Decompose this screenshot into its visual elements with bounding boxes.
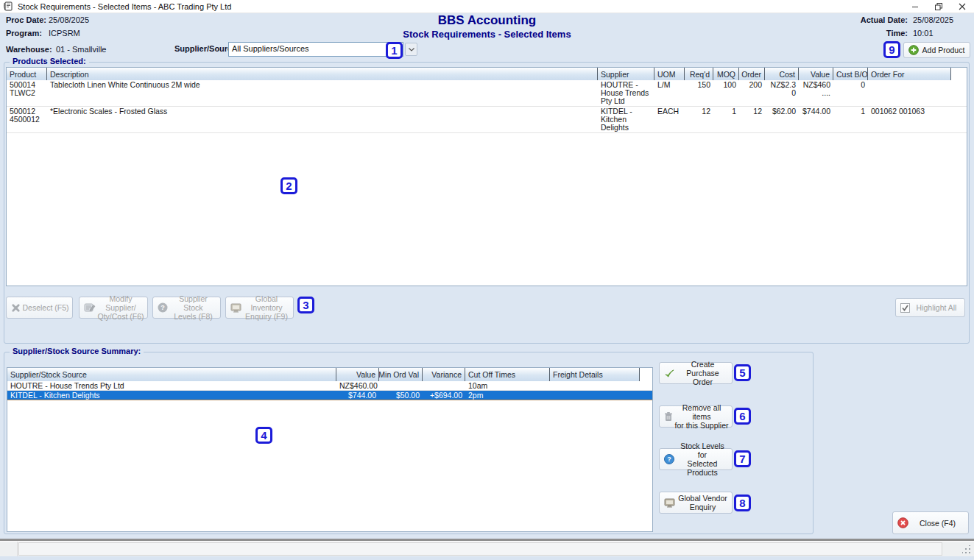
cell-variance: +$694.00 — [423, 391, 465, 400]
bottom-strip — [0, 556, 974, 560]
cell-cutoff: 2pm — [465, 391, 550, 400]
status-cell — [0, 542, 18, 556]
resize-grip-icon[interactable] — [962, 545, 971, 554]
cell-value: $744.00 — [799, 107, 833, 132]
col-header-moq[interactable]: MOQ — [713, 68, 739, 80]
create-purchase-order-button[interactable]: Create Purchase Order — [659, 362, 733, 384]
modify-supplier-button[interactable]: Modify Supplier/ Qty/Cost (F6) — [79, 297, 148, 319]
time-label: Time: — [841, 29, 908, 38]
status-bar — [0, 542, 974, 556]
cell-order-for — [868, 80, 951, 106]
question-circle-icon: ? — [664, 454, 674, 464]
col-header-value[interactable]: Value — [799, 68, 833, 80]
col-header-order[interactable]: Order — [739, 68, 765, 80]
stock-levels-selected-button[interactable]: ? Stock Levels for Selected Products — [659, 448, 733, 470]
app-title: BBS Accounting — [0, 13, 974, 28]
summary-row[interactable]: HOUTRE - House Trends Pty Ltd NZ$460.00 … — [7, 381, 652, 391]
col-header-reqd[interactable]: Req'd — [685, 68, 713, 80]
global-vendor-enquiry-button[interactable]: Global Vendor Enquiry — [659, 492, 733, 514]
question-circle-icon: ? — [158, 302, 168, 313]
col-header-variance[interactable]: Variance — [423, 368, 465, 381]
products-selected-group-label: Products Selected: — [10, 57, 89, 65]
products-grid: Product Description Supplier UOM Req'd M… — [6, 67, 967, 286]
summary-grid: Supplier/Stock Source Value Min Ord Val … — [7, 367, 653, 532]
cell-cust-bo: 1 — [833, 107, 868, 132]
col-header-cust-bo[interactable]: Cust B/O — [833, 68, 868, 80]
annotation-1: 1 — [386, 42, 403, 59]
modify-supplier-label: Modify Supplier/ Qty/Cost (F6) — [97, 294, 144, 321]
cell-description: *Electronic Scales - Frosted Glass — [47, 107, 598, 132]
annotation-6: 6 — [734, 408, 751, 425]
supplier-source-combobox[interactable]: All Suppliers/Sources — [228, 42, 403, 57]
col-header-order-for[interactable]: Order For — [868, 68, 951, 80]
cell-order: 12 — [739, 107, 765, 132]
annotation-8: 8 — [734, 495, 751, 511]
supplier-summary-group-label: Supplier/Stock Source Summary: — [10, 347, 144, 355]
col-header-summary-value[interactable]: Value — [336, 368, 379, 381]
col-header-description[interactable]: Description — [47, 68, 598, 80]
remove-all-items-button[interactable]: Remove all items for this Supplier — [659, 405, 733, 428]
monitor-icon — [664, 498, 675, 508]
col-header-min-ord-val[interactable]: Min Ord Val — [379, 368, 423, 381]
summary-row-selected[interactable]: KITDEL - Kitchen Delights $744.00 $50.00… — [7, 391, 652, 400]
global-vendor-enquiry-label: Global Vendor Enquiry — [677, 494, 729, 511]
monitor-icon — [230, 303, 241, 313]
restore-button[interactable] — [927, 0, 950, 13]
cell-min-ord: $50.00 — [379, 391, 423, 400]
cell-value: NZ$460.00 — [336, 381, 379, 390]
warehouse-value: 01 - Smallville — [56, 45, 106, 54]
actual-date-label: Actual Date: — [841, 15, 908, 24]
annotation-5: 5 — [734, 364, 751, 381]
cell-freight — [550, 381, 640, 390]
product-row[interactable]: 500012 4500012 *Electronic Scales - Fros… — [7, 107, 967, 133]
cell-variance — [423, 381, 465, 390]
stock-requirements-window: { "window": { "title": "Stock Requiremen… — [0, 0, 974, 560]
cell-source: HOUTRE - House Trends Pty Ltd — [7, 381, 336, 390]
screen-title: Stock Requirements - Selected Items — [0, 29, 974, 40]
window-title: Stock Requirements - Selected Items - AB… — [18, 2, 231, 11]
col-header-supplier-stock-source[interactable]: Supplier/Stock Source — [7, 368, 336, 381]
plus-circle-icon — [908, 45, 919, 55]
x-mark-icon — [11, 303, 21, 313]
time-value: 10:01 — [913, 29, 934, 38]
actual-date-value: 25/08/2025 — [913, 15, 953, 24]
highlight-all-button[interactable]: Highlight All — [895, 298, 965, 317]
cell-description: Tablecloth Linen White Continuous 2M wid… — [47, 80, 598, 106]
cell-product: 500012 4500012 — [7, 107, 47, 132]
cell-cost: $62.00 — [765, 107, 799, 132]
cell-order-for: 001062 001063 — [868, 107, 951, 132]
cell-cutoff: 10am — [465, 381, 550, 390]
summary-grid-header: Supplier/Stock Source Value Min Ord Val … — [7, 368, 652, 381]
cell-supplier: KITDEL - Kitchen Delights — [598, 107, 654, 132]
remove-all-items-label: Remove all items for this Supplier — [674, 403, 729, 430]
supplier-stock-levels-button[interactable]: ? Supplier Stock Levels (F8) — [152, 297, 221, 319]
cell-moq: 100 — [713, 80, 739, 106]
cell-uom: EACH — [654, 107, 685, 132]
col-header-cost[interactable]: Cost — [765, 68, 799, 80]
edit-form-icon — [84, 302, 96, 313]
minimize-button[interactable] — [903, 0, 927, 13]
check-icon — [664, 369, 675, 378]
cell-value: NZ$460.... — [799, 80, 833, 106]
cell-order: 200 — [739, 80, 765, 106]
col-header-supplier[interactable]: Supplier — [598, 68, 654, 80]
close-button[interactable]: Close (F4) — [892, 511, 969, 534]
add-product-button[interactable]: Add Product — [903, 42, 970, 58]
supplier-source-dropdown-arrow[interactable] — [405, 43, 417, 56]
cell-source: KITDEL - Kitchen Delights — [7, 391, 336, 400]
highlight-all-label: Highlight All — [911, 303, 961, 312]
annotation-4: 4 — [255, 427, 272, 444]
deselect-button[interactable]: Deselect (F5) — [6, 297, 73, 319]
product-row[interactable]: 500014 TLWC2 Tablecloth Linen White Cont… — [7, 80, 967, 107]
cell-freight — [550, 391, 640, 400]
col-header-freight-details[interactable]: Freight Details — [550, 368, 640, 381]
global-inventory-enquiry-button[interactable]: Global Inventory Enquiry (F9) — [225, 297, 294, 319]
col-header-cut-off-times[interactable]: Cut Off Times — [465, 368, 550, 381]
col-header-filler — [951, 68, 967, 80]
cell-value: $744.00 — [336, 391, 379, 400]
col-header-uom[interactable]: UOM — [654, 68, 685, 80]
close-window-button[interactable] — [950, 0, 974, 13]
annotation-9: 9 — [883, 41, 900, 58]
col-header-product[interactable]: Product — [7, 68, 47, 80]
cell-reqd: 150 — [685, 80, 713, 106]
